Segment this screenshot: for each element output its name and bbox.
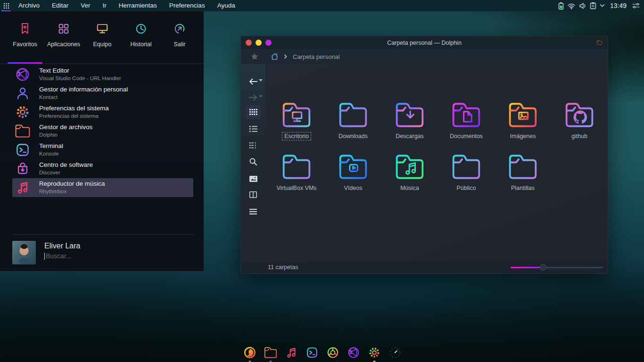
dock-chromium[interactable]	[325, 345, 341, 361]
chevron-down-icon[interactable]	[600, 4, 605, 8]
folder-videos[interactable]: Vídeos	[325, 149, 381, 201]
menu-ir[interactable]: Ir	[97, 0, 113, 11]
split-view-button[interactable]	[246, 188, 260, 202]
fav-subtitle: Konsole	[39, 150, 63, 157]
dock-rhythmbox[interactable]	[283, 345, 299, 361]
status-text: 11 carpetas	[268, 264, 298, 271]
slider-fill	[511, 267, 543, 268]
fav-subtitle: Preferencias del sistema	[39, 113, 109, 119]
list-view-button[interactable]	[246, 122, 260, 136]
fav-item-discover[interactable]: Centro de softwareDiscover	[12, 159, 193, 178]
wifi-icon[interactable]	[567, 2, 576, 9]
folder-musica[interactable]: Música	[381, 149, 438, 201]
tab-salir[interactable]: Salir	[160, 11, 199, 54]
folder-descargas[interactable]: Descargas	[381, 97, 438, 149]
menu-archivo[interactable]: Archivo	[12, 0, 46, 11]
folder-label: Escritorio	[282, 132, 311, 140]
folder-imagenes[interactable]: Imágenes	[495, 97, 551, 149]
preview-button[interactable]	[246, 172, 260, 186]
folder-label: Plantillas	[509, 184, 537, 192]
menu-ver[interactable]: Ver	[74, 0, 96, 11]
dock-dolphin[interactable]	[263, 345, 279, 361]
fav-item-kontact[interactable]: Gestor de información personalKontact	[12, 84, 193, 103]
folder-documentos[interactable]: Documentos	[438, 97, 495, 149]
panel-settings-icon[interactable]	[632, 2, 640, 9]
maximize-button[interactable]	[265, 40, 272, 46]
menu-editar[interactable]: Editar	[46, 0, 74, 11]
user-avatar[interactable]	[12, 241, 36, 264]
minimize-button[interactable]	[256, 40, 262, 46]
forward-button[interactable]	[246, 90, 260, 105]
volume-icon[interactable]	[579, 2, 586, 9]
folder-downloads[interactable]: Downloads	[325, 97, 381, 149]
tab-historial[interactable]: Historial	[122, 11, 160, 54]
back-button[interactable]	[246, 74, 260, 89]
fav-subtitle: Dolphin	[39, 132, 92, 138]
music-note-icon	[284, 345, 299, 360]
fav-title: Gestor de información personal	[39, 86, 128, 94]
tab-favoritos[interactable]: Favoritos	[6, 11, 44, 54]
menu-preferencias[interactable]: Preferencias	[163, 0, 211, 11]
search-input[interactable]	[46, 252, 149, 260]
vscode-icon	[14, 66, 32, 83]
menu-herramientas[interactable]: Herramientas	[113, 0, 163, 11]
fav-item-rhythmbox[interactable]: Reproductor de músicaRhythmbox	[12, 178, 193, 197]
folder-plantillas[interactable]: Plantillas	[495, 149, 551, 201]
grid-view-button[interactable]	[246, 105, 260, 119]
star-icon[interactable]	[250, 52, 259, 61]
folder-label: Música	[398, 184, 421, 192]
zoom-slider[interactable]	[511, 261, 603, 273]
fav-item-text-editor[interactable]: Text EditorVisual Studio Code - URL Hand…	[12, 65, 193, 84]
folder-icon	[279, 149, 314, 185]
compact-view-button[interactable]	[246, 138, 260, 152]
fav-item-dolphin[interactable]: Gestor de archivosDolphin	[12, 122, 193, 140]
chromium-icon	[325, 345, 340, 360]
fav-title: Centro de software	[39, 161, 93, 169]
user-area: Eliver Lara	[12, 241, 193, 264]
fav-subtitle: Discover	[39, 169, 93, 176]
fav-subtitle: Visual Studio Code - URL Handler	[39, 75, 121, 82]
close-button[interactable]	[246, 40, 252, 46]
menu-ayuda[interactable]: Ayuda	[211, 0, 241, 11]
favorites-list: Text EditorVisual Studio Code - URL Hand…	[12, 65, 193, 197]
folder-label: Descargas	[393, 132, 426, 140]
breadcrumb[interactable]: Carpeta personal	[293, 53, 340, 60]
dock-vscode[interactable]	[346, 345, 362, 361]
clock[interactable]: 13:49	[608, 2, 628, 9]
app-launcher-icon[interactable]	[0, 0, 12, 11]
folder-icon	[561, 97, 597, 133]
folder-icon	[392, 149, 428, 185]
menu-button[interactable]	[246, 205, 260, 219]
tab-aplicaciones[interactable]: Aplicaciones	[44, 11, 83, 54]
launcher-tabs: Favoritos Aplicaciones Equipo Historial …	[6, 11, 199, 54]
folder-publico[interactable]: Público	[438, 149, 495, 201]
folder-escritorio[interactable]: Escritorio	[268, 97, 325, 149]
clock-icon	[133, 21, 149, 37]
fav-item-preferencias[interactable]: Preferencias del sistemaPreferencias del…	[12, 103, 193, 122]
monitor-icon	[95, 21, 110, 37]
dock-firefox[interactable]	[242, 345, 258, 361]
search-button[interactable]	[246, 155, 260, 169]
global-menu-bar: Archivo Editar Ver Ir Herramientas Prefe…	[0, 0, 644, 11]
folder-virtualbox-vms[interactable]: VirtualBox VMs	[268, 149, 325, 201]
fav-item-konsole[interactable]: TerminalKonsole	[12, 140, 193, 159]
folder-icon	[335, 97, 371, 133]
forward-dropdown-icon[interactable]	[259, 94, 264, 99]
breadcrumb-chevron-icon[interactable]	[284, 54, 287, 59]
folder-label: Público	[454, 184, 479, 192]
dock-settings[interactable]	[366, 345, 382, 361]
slider-knob[interactable]	[540, 264, 546, 271]
person-icon	[14, 84, 32, 102]
dock-konsole[interactable]	[304, 345, 320, 361]
dock-latte-dial[interactable]	[387, 345, 403, 361]
grid-dots-icon	[3, 3, 9, 9]
clipboard-icon[interactable]	[590, 2, 596, 9]
tab-equipo[interactable]: Equipo	[83, 11, 122, 54]
tabs-divider	[0, 64, 204, 64]
folder-github[interactable]: github	[551, 97, 608, 149]
back-dropdown-icon[interactable]	[259, 78, 264, 83]
status-bar: 11 carpetas	[241, 261, 608, 273]
battery-icon[interactable]	[558, 2, 564, 10]
home-icon[interactable]	[270, 52, 279, 61]
titlebar[interactable]: Carpeta personal — Dolphin	[241, 36, 608, 49]
